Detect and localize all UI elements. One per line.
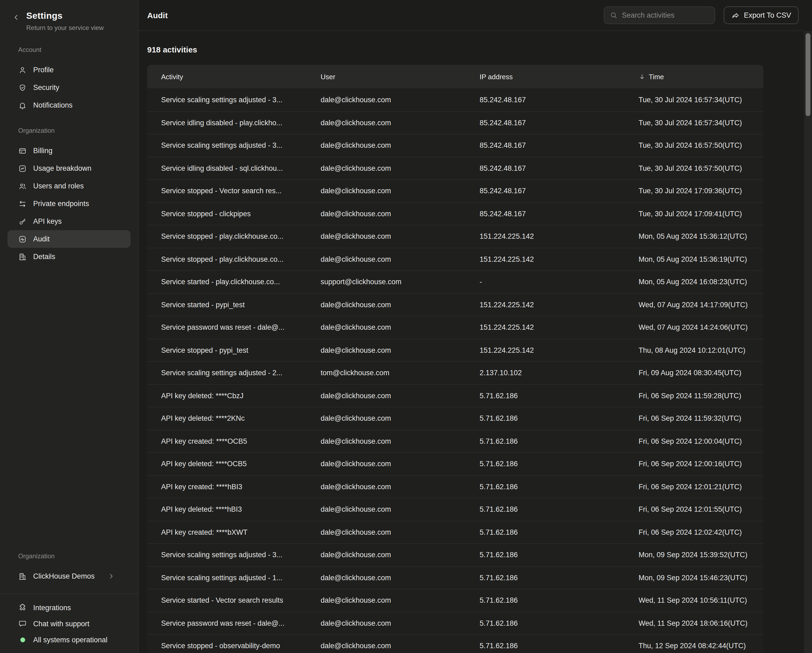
table-row: API key deleted: ****hBI3 dale@clickhous… <box>147 498 763 520</box>
cell-time: Mon, 05 Aug 2024 15:36:12(UTC) <box>639 233 763 241</box>
footer-item-all-systems-operational[interactable]: All systems operational <box>8 632 131 648</box>
column-header-ip-address[interactable]: IP address <box>479 73 639 81</box>
cell-activity: Service stopped - play.clickhouse.co... <box>161 233 321 241</box>
section-label-organization: Organization <box>18 127 127 134</box>
cell-time: Fri, 06 Sep 2024 12:02:42(UTC) <box>639 528 763 536</box>
cell-activity: API key created: ****OCB5 <box>161 437 321 446</box>
sidebar-item-users-and-roles[interactable]: Users and roles <box>8 177 131 195</box>
table-row: API key created: ****OCB5 dale@clickhous… <box>147 430 763 452</box>
table-row: API key deleted: ****OCB5 dale@clickhous… <box>147 452 763 475</box>
cell-ip-address: 5.71.62.186 <box>479 437 639 446</box>
table-row: Service scaling settings adjusted - 3...… <box>147 543 763 566</box>
cell-user: support@clickhouse.com <box>321 278 479 286</box>
cell-ip-address: 151.224.225.142 <box>479 255 639 263</box>
sidebar-item-details[interactable]: Details <box>8 248 131 265</box>
settings-sidebar: Settings Return to your service view Acc… <box>0 0 139 653</box>
cell-time: Mon, 05 Aug 2024 15:36:19(UTC) <box>639 255 763 263</box>
search-icon <box>609 11 617 19</box>
cell-user: dale@clickhouse.com <box>321 437 479 446</box>
cell-ip-address: 151.224.225.142 <box>479 323 639 332</box>
cell-activity: Service stopped - pypi_test <box>161 346 321 354</box>
cell-ip-address: 5.71.62.186 <box>479 483 639 491</box>
footer-item-integrations[interactable]: Integrations <box>8 600 131 616</box>
cell-time: Mon, 05 Aug 2024 16:08:23(UTC) <box>639 278 763 286</box>
sidebar-item-notifications[interactable]: Notifications <box>8 96 131 114</box>
cell-time: Wed, 11 Sep 2024 10:56:11(UTC) <box>639 597 763 604</box>
usage-chart-icon <box>18 164 27 172</box>
column-header-time[interactable]: Time <box>639 73 763 81</box>
cell-ip-address: 5.71.62.186 <box>479 415 639 423</box>
sidebar-bottom: Organization ClickHouse Demos Integratio… <box>0 552 138 653</box>
cell-user: dale@clickhouse.com <box>321 210 479 218</box>
sidebar-item-security[interactable]: Security <box>8 79 131 96</box>
audit-activity-icon <box>18 235 27 243</box>
cell-user: dale@clickhouse.com <box>321 164 479 172</box>
cell-time: Mon, 09 Sep 2024 15:39:52(UTC) <box>639 551 763 559</box>
cell-time: Tue, 30 Jul 2024 16:57:50(UTC) <box>639 142 763 150</box>
cell-user: dale@clickhouse.com <box>321 119 479 127</box>
search-input[interactable] <box>622 11 709 19</box>
cell-time: Fri, 06 Sep 2024 12:01:21(UTC) <box>639 483 763 491</box>
table-row: Service stopped - clickpipes dale@clickh… <box>147 202 763 225</box>
puzzle-icon <box>18 603 27 612</box>
organization-nav-group: Billing Usage breakdown Users and roles … <box>0 142 138 265</box>
sidebar-item-billing[interactable]: Billing <box>8 142 131 160</box>
key-icon <box>18 217 27 226</box>
back-button[interactable] <box>11 13 21 24</box>
footer-item-chat-with-support[interactable]: Chat with support <box>8 616 131 632</box>
table-row: Service scaling settings adjusted - 3...… <box>147 88 763 111</box>
cell-user: dale@clickhouse.com <box>321 323 479 332</box>
cell-time: Tue, 30 Jul 2024 16:57:34(UTC) <box>639 119 763 127</box>
cell-activity: Service idling disabled - play.clickho..… <box>161 119 321 127</box>
cell-ip-address: 85.242.48.167 <box>479 164 639 172</box>
table-row: Service scaling settings adjusted - 3...… <box>147 134 763 157</box>
sidebar-item-api-keys[interactable]: API keys <box>8 212 131 230</box>
cell-user: dale@clickhouse.com <box>321 551 479 559</box>
sidebar-item-audit[interactable]: Audit <box>8 230 131 248</box>
building-icon <box>18 252 27 261</box>
export-csv-label: Export To CSV <box>744 11 791 19</box>
cell-time: Tue, 30 Jul 2024 17:09:36(UTC) <box>639 187 763 195</box>
cell-user: dale@clickhouse.com <box>321 619 479 627</box>
cell-activity: Service started - play.clickhouse.co... <box>161 278 321 286</box>
audit-main-panel: Audit Export To CSV 918 activities Activ… <box>139 0 812 653</box>
app-window: Settings Return to your service view Acc… <box>0 0 812 653</box>
cell-ip-address: 5.71.62.186 <box>479 551 639 559</box>
cell-ip-address: - <box>479 278 639 286</box>
page-title: Audit <box>147 11 168 20</box>
cell-user: dale@clickhouse.com <box>321 460 479 468</box>
column-header-activity[interactable]: Activity <box>161 73 321 81</box>
sidebar-item-private-endpoints[interactable]: Private endpoints <box>8 195 131 212</box>
cell-user: dale@clickhouse.com <box>321 597 479 604</box>
cell-user: dale@clickhouse.com <box>321 142 479 150</box>
cell-activity: Service stopped - play.clickhouse.co... <box>161 255 321 263</box>
scrollbar-thumb[interactable] <box>806 33 810 116</box>
sidebar-subtitle[interactable]: Return to your service view <box>26 24 104 32</box>
cell-activity: Service started - Vector search results <box>161 597 321 604</box>
org-switcher[interactable]: ClickHouse Demos <box>8 568 131 585</box>
table-row: API key created: ****bXWT dale@clickhous… <box>147 520 763 543</box>
cell-ip-address: 151.224.225.142 <box>479 346 639 354</box>
cell-time: Wed, 07 Aug 2024 14:17:09(UTC) <box>639 301 763 309</box>
shield-check-icon <box>18 83 27 92</box>
cell-activity: Service stopped - Vector search res... <box>161 187 321 195</box>
sidebar-footer: Integrations Chat with support All syste… <box>0 600 138 648</box>
column-header-user[interactable]: User <box>321 73 479 81</box>
cell-ip-address: 85.242.48.167 <box>479 187 639 195</box>
cell-user: dale@clickhouse.com <box>321 642 479 650</box>
cell-activity: API key created: ****hBI3 <box>161 483 321 491</box>
cell-activity: Service stopped - clickpipes <box>161 210 321 218</box>
cell-time: Fri, 06 Sep 2024 11:59:32(UTC) <box>639 415 763 423</box>
cell-time: Fri, 09 Aug 2024 08:30:45(UTC) <box>639 369 763 377</box>
cell-ip-address: 5.71.62.186 <box>479 642 639 650</box>
sidebar-item-profile[interactable]: Profile <box>8 61 131 79</box>
cell-ip-address: 5.71.62.186 <box>479 574 639 582</box>
cell-user: dale@clickhouse.com <box>321 415 479 423</box>
cell-activity: Service scaling settings adjusted - 1... <box>161 574 321 582</box>
cell-activity: Service idling disabled - sql.clickhou..… <box>161 164 321 172</box>
building-icon <box>18 572 27 580</box>
export-csv-button[interactable]: Export To CSV <box>723 6 798 24</box>
sidebar-item-usage-breakdown[interactable]: Usage breakdown <box>8 160 131 177</box>
cell-activity: API key deleted: ****hBI3 <box>161 505 321 514</box>
sidebar-title: Settings <box>26 11 104 21</box>
